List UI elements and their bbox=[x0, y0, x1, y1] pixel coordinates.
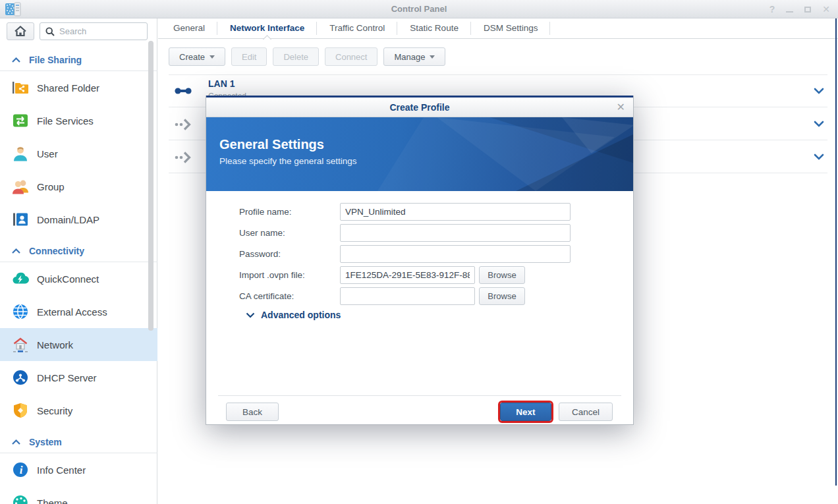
password-input[interactable] bbox=[340, 245, 571, 263]
toolbar: Create Edit Delete Connect Manage bbox=[158, 39, 838, 74]
search-input[interactable] bbox=[59, 26, 138, 36]
ca-certificate-label: CA certificate: bbox=[239, 291, 340, 301]
sidebar-item-label: Shared Folder bbox=[37, 82, 99, 94]
maximize-icon[interactable] bbox=[804, 5, 811, 14]
search-icon bbox=[45, 27, 55, 36]
dialog-body: Profile name: User name: Password: Impor… bbox=[206, 191, 633, 395]
tab-network-interface[interactable]: Network Interface bbox=[217, 18, 317, 38]
sidebar-item-info-center[interactable]: i Info Center bbox=[0, 453, 157, 486]
ca-certificate-input[interactable] bbox=[340, 287, 475, 305]
sidebar-item-network[interactable]: Network bbox=[0, 328, 157, 361]
theme-icon bbox=[12, 494, 29, 504]
sidebar-item-label: External Access bbox=[37, 306, 107, 318]
quickconnect-icon bbox=[12, 270, 29, 287]
connect-button[interactable]: Connect bbox=[325, 47, 377, 66]
tab-general[interactable]: General bbox=[161, 18, 217, 38]
sidebar-item-group[interactable]: Group bbox=[0, 170, 157, 203]
sidebar-item-label: Info Center bbox=[37, 464, 86, 476]
file-services-icon bbox=[12, 112, 29, 129]
sidebar-item-label: Domain/LDAP bbox=[37, 214, 99, 225]
window-title: Control Panel bbox=[0, 0, 838, 18]
tab-static-route[interactable]: Static Route bbox=[397, 18, 471, 38]
chevron-down-icon[interactable] bbox=[813, 151, 825, 163]
home-button[interactable] bbox=[7, 22, 34, 40]
pppoe-connection-icon bbox=[174, 148, 192, 165]
sidebar-item-file-services[interactable]: File Services bbox=[0, 104, 157, 137]
chevron-up-icon bbox=[12, 439, 20, 445]
dialog-title: Create Profile bbox=[206, 98, 633, 117]
network-icon bbox=[12, 336, 29, 353]
pppoe-connection-icon bbox=[174, 115, 192, 132]
sidebar-item-domain-ldap[interactable]: Domain/LDAP bbox=[0, 203, 157, 236]
dialog-subheading: Please specify the general settings bbox=[219, 156, 357, 166]
sidebar-nav: File Sharing Shared Folder File Ser bbox=[0, 45, 157, 504]
delete-button[interactable]: Delete bbox=[273, 47, 319, 66]
section-label: Connectivity bbox=[29, 246, 84, 256]
section-label: System bbox=[29, 437, 62, 447]
next-button[interactable]: Next bbox=[500, 403, 551, 421]
shared-folder-icon bbox=[12, 79, 29, 96]
sidebar-item-user[interactable]: User bbox=[0, 137, 157, 170]
sidebar-section-system[interactable]: System bbox=[0, 434, 157, 451]
minimize-icon[interactable] bbox=[786, 5, 793, 14]
tab-traffic-control[interactable]: Traffic Control bbox=[317, 18, 397, 38]
user-name-input[interactable] bbox=[340, 224, 571, 242]
search-box[interactable] bbox=[40, 22, 148, 40]
tab-bar: General Network Interface Traffic Contro… bbox=[158, 18, 838, 39]
cancel-button[interactable]: Cancel bbox=[559, 403, 613, 421]
sidebar-item-label: Security bbox=[37, 405, 72, 416]
info-center-icon: i bbox=[12, 461, 29, 478]
dialog-heading: General Settings bbox=[219, 137, 357, 152]
advanced-options-toggle[interactable]: Advanced options bbox=[246, 310, 341, 320]
sidebar-item-label: Group bbox=[37, 181, 65, 192]
password-label: Password: bbox=[239, 249, 340, 259]
sidebar-item-dhcp-server[interactable]: DHCP Server bbox=[0, 361, 157, 394]
divider bbox=[169, 74, 827, 75]
dhcp-server-icon bbox=[12, 369, 29, 386]
home-icon bbox=[14, 26, 26, 37]
import-ovpn-label: Import .ovpn file: bbox=[239, 270, 340, 280]
create-profile-dialog: Create Profile ✕ General Settings Please… bbox=[206, 96, 634, 425]
sidebar-item-security[interactable]: Security bbox=[0, 394, 157, 427]
chevron-down-icon[interactable] bbox=[813, 85, 825, 97]
help-icon[interactable]: ? bbox=[769, 5, 775, 14]
sidebar-item-label: Network bbox=[37, 339, 73, 350]
manage-button[interactable]: Manage bbox=[383, 47, 445, 66]
advanced-options-label: Advanced options bbox=[261, 310, 341, 320]
connection-name: LAN 1 bbox=[208, 78, 235, 89]
back-button[interactable]: Back bbox=[226, 403, 279, 421]
create-button[interactable]: Create bbox=[169, 47, 225, 66]
sidebar-item-label: Theme bbox=[37, 497, 68, 504]
browse-ca-button[interactable]: Browse bbox=[479, 287, 525, 305]
edit-button[interactable]: Edit bbox=[231, 47, 267, 66]
external-access-icon bbox=[12, 303, 29, 320]
import-ovpn-input[interactable] bbox=[340, 266, 475, 284]
sidebar-item-theme[interactable]: Theme bbox=[0, 486, 157, 504]
window-right-border bbox=[835, 18, 837, 486]
caret-down-icon bbox=[210, 55, 215, 59]
tab-dsm-settings[interactable]: DSM Settings bbox=[471, 18, 551, 38]
chevron-up-icon bbox=[12, 248, 20, 254]
dialog-footer: Back Next Cancel bbox=[218, 395, 621, 425]
profile-name-label: Profile name: bbox=[239, 207, 340, 217]
profile-name-input[interactable] bbox=[340, 203, 571, 221]
sidebar-item-label: File Services bbox=[37, 115, 94, 126]
dialog-titlebar[interactable]: Create Profile ✕ bbox=[206, 98, 633, 117]
close-icon[interactable]: ✕ bbox=[822, 5, 830, 14]
chevron-down-icon[interactable] bbox=[813, 118, 825, 130]
sidebar-item-external-access[interactable]: External Access bbox=[0, 295, 157, 328]
chevron-up-icon bbox=[12, 57, 20, 63]
sidebar-scrollbar[interactable] bbox=[148, 41, 154, 331]
chevron-down-icon bbox=[246, 312, 255, 318]
sidebar-item-shared-folder[interactable]: Shared Folder bbox=[0, 71, 157, 104]
sidebar-item-label: User bbox=[37, 148, 58, 159]
control-panel-window: Control Panel ? ✕ bbox=[0, 0, 838, 504]
browse-ovpn-button[interactable]: Browse bbox=[479, 266, 525, 284]
sidebar-section-file-sharing[interactable]: File Sharing bbox=[0, 51, 157, 69]
sidebar-item-quickconnect[interactable]: QuickConnect bbox=[0, 262, 157, 295]
security-icon bbox=[12, 402, 29, 419]
domain-ldap-icon bbox=[12, 211, 29, 228]
dialog-close-icon[interactable]: ✕ bbox=[617, 101, 625, 113]
sidebar-section-connectivity[interactable]: Connectivity bbox=[0, 242, 157, 260]
user-icon bbox=[12, 145, 29, 162]
